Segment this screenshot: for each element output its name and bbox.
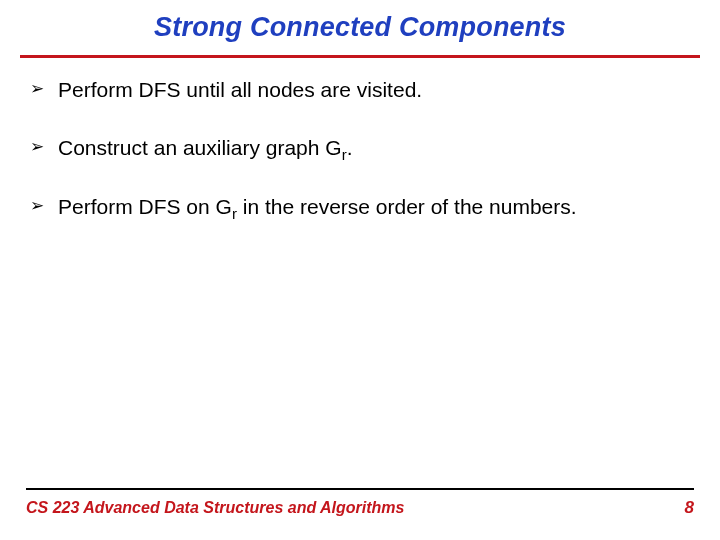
slide-body: ➢ Perform DFS until all nodes are visite…	[0, 58, 720, 221]
bullet-item: ➢ Perform DFS until all nodes are visite…	[30, 76, 690, 104]
bullet-item: ➢ Perform DFS on Gr in the reverse order…	[30, 193, 690, 221]
bullet-arrow-icon: ➢	[30, 197, 44, 214]
bullet-text: Perform DFS until all nodes are visited.	[58, 76, 690, 104]
bullet-item: ➢ Construct an auxiliary graph Gr.	[30, 134, 690, 162]
bullet-pre: Perform DFS on G	[58, 195, 232, 218]
bullet-arrow-icon: ➢	[30, 138, 44, 155]
footer-row: CS 223 Advanced Data Structures and Algo…	[26, 498, 694, 518]
bullet-pre: Construct an auxiliary graph G	[58, 136, 342, 159]
slide: Strong Connected Components ➢ Perform DF…	[0, 0, 720, 540]
bullet-pre: Perform DFS until all nodes are visited.	[58, 78, 422, 101]
slide-title: Strong Connected Components	[30, 12, 690, 43]
bullet-text: Construct an auxiliary graph Gr.	[58, 134, 690, 162]
course-label: CS 223 Advanced Data Structures and Algo…	[26, 499, 404, 517]
bullet-arrow-icon: ➢	[30, 80, 44, 97]
bullet-post: in the reverse order of the numbers.	[237, 195, 577, 218]
footer-rule	[26, 488, 694, 490]
bullet-text: Perform DFS on Gr in the reverse order o…	[58, 193, 690, 221]
slide-footer: CS 223 Advanced Data Structures and Algo…	[0, 488, 720, 540]
bullet-post: .	[347, 136, 353, 159]
page-number: 8	[685, 498, 694, 518]
title-wrap: Strong Connected Components	[0, 0, 720, 49]
